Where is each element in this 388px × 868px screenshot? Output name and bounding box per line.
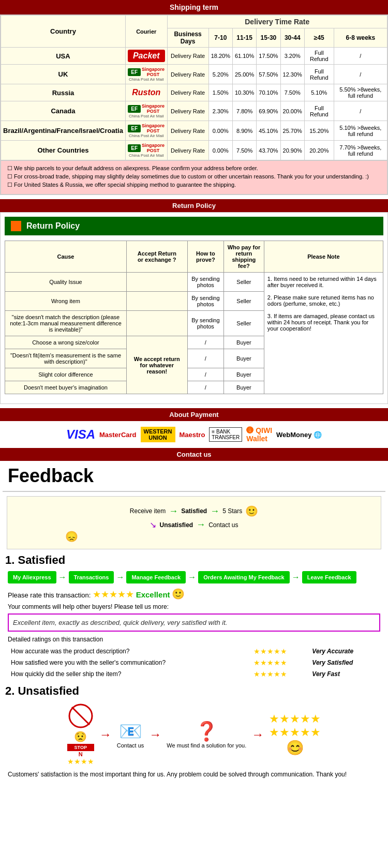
return-cause-4: "Doesn't fit(item's measurement is the s…	[5, 349, 127, 368]
excellent-label: Excellent	[136, 590, 170, 599]
cell-2-0: 1.50%	[208, 84, 232, 101]
step-transactions[interactable]: Transactions	[69, 571, 114, 583]
cell-3-5: /	[334, 101, 387, 121]
rating-stars-1: ★★★★★	[251, 646, 309, 656]
stop-icon: STOP	[67, 744, 94, 751]
excellent-smiley: 🙂	[172, 588, 185, 600]
bank-transfer-logo: ≡ BANKTRANSFER	[209, 427, 242, 442]
courier-4: EFSingaporePOSTChina Post Air Mail	[125, 121, 167, 141]
contact-title: Contact us	[0, 448, 388, 461]
shipping-notes: ☐ We ship parcels to your default addres…	[1, 160, 387, 194]
return-cause-0: Quality Issue	[5, 273, 127, 292]
contact-us-label: Contact us	[117, 742, 144, 749]
cell-1-5: /	[334, 65, 387, 84]
col-header-45plus: ≥45	[304, 28, 334, 48]
contact-flow-label: Contact us	[208, 521, 238, 529]
accept-header: Accept Returnor exchange ?	[126, 241, 187, 273]
return-row-0: Quality IssueBy sending photosSeller1. I…	[5, 273, 383, 292]
return-how-6: /	[187, 381, 223, 394]
courier-0: Packet	[125, 48, 167, 65]
delivery-rate-label-2: Delivery Rate	[167, 84, 208, 101]
return-whopays-6: Buyer	[224, 381, 264, 394]
cell-4-3: 25.70%	[280, 121, 304, 141]
return-how-4: /	[187, 349, 223, 368]
return-whopays-0: Seller	[224, 273, 264, 292]
no-circle	[68, 703, 94, 729]
cell-5-0: 0.00%	[208, 141, 232, 160]
arrow-1: →	[169, 506, 178, 517]
unsatisfied-flow-row: ↘ Unsatisfied → Contact us	[13, 519, 375, 530]
return-cause-5: Slight color difference	[5, 368, 127, 381]
high-stars: ★★★★★★★★★★	[269, 712, 321, 739]
no-stop-group: 😟 STOP N ★★★★	[67, 703, 94, 766]
courier-2: Ruston	[125, 84, 167, 101]
step-arrow-2: →	[116, 573, 124, 582]
cell-4-5: 5.10% >8weeks, full refund	[334, 121, 387, 141]
no-icon	[68, 703, 94, 729]
step-flow: My Aliexpress → Transactions → Manage Fe…	[8, 571, 380, 583]
shipping-note: ☐ We ship parcels to your default addres…	[7, 165, 381, 172]
col-header-7-10: 7-10	[208, 28, 232, 48]
email-icon: 📧	[117, 721, 144, 742]
cell-5-5: 7.70% >8weeks, full refund	[334, 141, 387, 160]
cell-2-4: 5.10%	[304, 84, 334, 101]
email-group: 📧 Contact us	[117, 721, 144, 749]
country-0: USA	[1, 48, 126, 65]
cell-0-2: 17.50%	[257, 48, 280, 65]
rating-label-1: Very Accurate	[310, 646, 379, 656]
rating-stars-2: ★★★★★	[251, 657, 309, 668]
rating-label-2: Very Satisfied	[310, 657, 379, 668]
cell-1-4: Full Refund	[304, 65, 334, 84]
return-policy-header: Return Policy	[5, 217, 383, 235]
return-accept-2	[126, 311, 187, 336]
return-policy-table: Cause Accept Returnor exchange ? How to …	[5, 241, 383, 394]
contact-section: Contact us	[0, 448, 388, 461]
step-leave-feedback[interactable]: Leave Feedback	[302, 571, 356, 583]
step-my-aliexpress[interactable]: My Aliexpress	[8, 571, 56, 583]
return-how-0: By sending photos	[187, 273, 223, 292]
unsatisfied-heading: 2. Unsatisfied	[5, 684, 383, 698]
arrow-2: →	[210, 506, 219, 517]
return-cause-2: "size doesn't match the description (ple…	[5, 311, 127, 336]
feedback-flow: Receive item → Satisfied → 5 Stars 🙂 ↘ U…	[7, 496, 381, 549]
courier-header: Courier	[125, 16, 167, 48]
country-3: Canada	[1, 101, 126, 121]
unsatisfied-label: Unsatisfied	[159, 521, 193, 529]
feedback-section: Feedback Receive item → Satisfied → 5 St…	[0, 461, 388, 778]
rating-stars: ★★★★★	[93, 589, 134, 600]
step-arrow-3: →	[188, 573, 196, 582]
cell-5-4: 20.20%	[304, 141, 334, 160]
return-whopays-1: Seller	[224, 292, 264, 311]
sad-smiley-row: 😞	[65, 530, 375, 543]
step-orders-awaiting[interactable]: Orders Awaiting My Feedback	[198, 571, 290, 583]
cell-4-0: 0.00%	[208, 121, 232, 141]
stars-label: 5 Stars	[222, 507, 242, 515]
cell-1-1: 25.00%	[232, 65, 256, 84]
question-icon: ❓	[167, 721, 246, 742]
delivery-rate-label-4: Delivery Rate	[167, 121, 208, 141]
step-manage-feedback[interactable]: Manage Feedback	[126, 571, 186, 583]
return-accept-1	[126, 292, 187, 311]
feedback-title: Feedback	[3, 461, 385, 492]
delivery-rate-label-1: Delivery Rate	[167, 65, 208, 84]
rating-question-3: How quickly did the seller ship the item…	[9, 669, 250, 679]
return-whopays-5: Buyer	[224, 368, 264, 381]
col-header-bdays: Business Days	[167, 28, 208, 48]
detailed-ratings: Detailed ratings on this transaction How…	[8, 636, 380, 680]
must-find-label: We must find a solution for you.	[167, 742, 246, 749]
rating-row-2: How satisfied were you with the seller's…	[9, 657, 379, 668]
sad-smiley: 😞	[65, 531, 78, 542]
cell-2-1: 10.30%	[232, 84, 256, 101]
cause-header: Cause	[5, 241, 127, 273]
cell-1-2: 57.50%	[257, 65, 280, 84]
cell-0-4: Full Refund	[304, 48, 334, 65]
cell-4-4: 15.20%	[304, 121, 334, 141]
unsat-arrow-1: →	[99, 727, 112, 742]
return-how-5: /	[187, 368, 223, 381]
receive-item-label: Receive item	[130, 507, 166, 515]
return-how-2: By sending photos	[187, 311, 223, 336]
return-how-3: /	[187, 336, 223, 349]
cell-0-3: 3.20%	[280, 48, 304, 65]
return-accept: We accept return for whatever reason!	[126, 336, 187, 394]
cell-4-2: 45.10%	[257, 121, 280, 141]
